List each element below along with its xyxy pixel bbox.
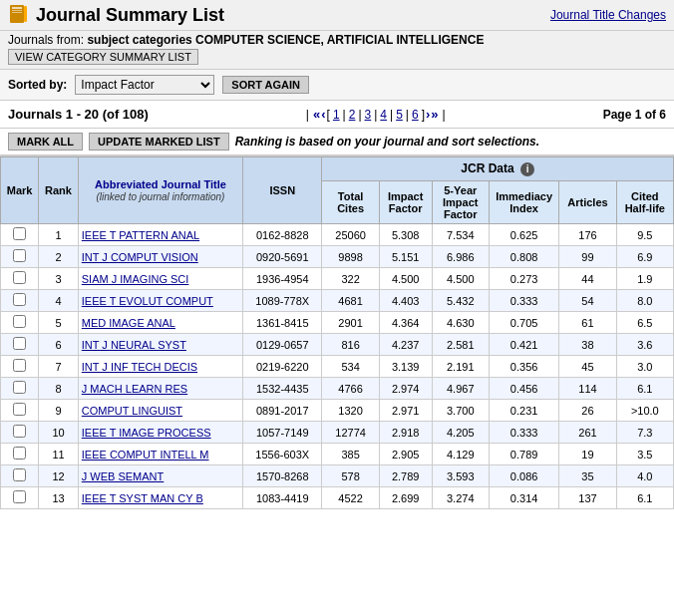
- row-checkbox[interactable]: [13, 249, 26, 262]
- row-title-link[interactable]: COMPUT LINGUIST: [82, 405, 182, 417]
- row-cited-half: 3.5: [616, 444, 673, 465]
- row-title-link[interactable]: IEEE T SYST MAN CY B: [82, 492, 203, 504]
- col-header-rank: Rank: [39, 157, 79, 224]
- pager-page-1[interactable]: 1: [331, 108, 342, 122]
- row-articles: 45: [559, 356, 616, 378]
- row-issn: 1083-4419: [243, 487, 322, 509]
- pager-next[interactable]: ›: [426, 107, 430, 122]
- row-title-link[interactable]: IEEE COMPUT INTELL M: [82, 449, 209, 461]
- row-title-link[interactable]: INT J INF TECH DECIS: [82, 361, 197, 373]
- row-checkbox[interactable]: [13, 337, 26, 350]
- row-title-link[interactable]: INT J COMPUT VISION: [82, 251, 198, 263]
- col-header-mark: Mark: [1, 157, 39, 224]
- row-total-cites: 2901: [322, 312, 379, 334]
- sort-by-label: Sorted by:: [8, 78, 67, 92]
- table-row: 3 SIAM J IMAGING SCI 1936-4954 322 4.500…: [1, 268, 674, 290]
- row-issn: 1532-4435: [243, 378, 322, 400]
- row-title-link[interactable]: IEEE T IMAGE PROCESS: [82, 427, 211, 439]
- row-rank: 8: [39, 378, 79, 400]
- pager-page-3[interactable]: 3: [363, 108, 374, 122]
- table-row: 1 IEEE T PATTERN ANAL 0162-8828 25060 5.…: [1, 224, 674, 246]
- pager-page-6[interactable]: 6: [410, 108, 421, 122]
- row-title-link[interactable]: IEEE T PATTERN ANAL: [82, 229, 199, 241]
- row-title-link[interactable]: SIAM J IMAGING SCI: [82, 273, 189, 285]
- row-five-year: 7.534: [432, 224, 489, 246]
- info-icon[interactable]: i: [520, 162, 534, 176]
- row-title-link[interactable]: INT J NEURAL SYST: [82, 339, 186, 351]
- row-title-cell: INT J COMPUT VISION: [78, 246, 242, 268]
- row-articles: 61: [559, 312, 616, 334]
- abbr-title-label: Abbreviated Journal Title: [95, 178, 226, 190]
- pager-first[interactable]: «: [313, 107, 320, 122]
- row-checkbox[interactable]: [13, 490, 26, 503]
- row-checkbox[interactable]: [13, 293, 26, 306]
- row-rank: 9: [39, 400, 79, 422]
- row-issn: 1089-778X: [243, 290, 322, 312]
- row-total-cites: 25060: [322, 224, 379, 246]
- table-row: 11 IEEE COMPUT INTELL M 1556-603X 385 2.…: [1, 444, 674, 465]
- mark-all-button[interactable]: MARK ALL: [8, 133, 83, 151]
- update-marked-list-button[interactable]: UPDATE MARKED LIST: [89, 133, 229, 151]
- row-cited-half: 3.0: [616, 356, 673, 378]
- row-checkbox[interactable]: [13, 425, 26, 438]
- row-issn: 1936-4954: [243, 268, 322, 290]
- row-checkbox[interactable]: [13, 381, 26, 394]
- pager-page-4[interactable]: 4: [378, 108, 389, 122]
- row-total-cites: 534: [322, 356, 379, 378]
- row-checkbox[interactable]: [13, 468, 26, 481]
- row-rank: 3: [39, 268, 79, 290]
- row-rank: 6: [39, 334, 79, 356]
- row-issn: 0219-6220: [243, 356, 322, 378]
- row-five-year: 3.700: [432, 400, 489, 422]
- pager-page-2[interactable]: 2: [347, 108, 358, 122]
- row-total-cites: 1320: [322, 400, 379, 422]
- row-immediacy: 0.456: [489, 378, 558, 400]
- row-title-link[interactable]: J MACH LEARN RES: [82, 383, 187, 395]
- row-immediacy: 0.333: [489, 290, 558, 312]
- row-mark-cell: [1, 400, 39, 422]
- row-issn: 1057-7149: [243, 422, 322, 444]
- journal-title-changes-link[interactable]: Journal Title Changes: [550, 8, 666, 22]
- row-five-year: 5.432: [432, 290, 489, 312]
- col-header-5yr: 5-Year Impact Factor: [432, 181, 489, 224]
- action-row: MARK ALL UPDATE MARKED LIST Ranking is b…: [0, 129, 674, 156]
- row-checkbox[interactable]: [13, 315, 26, 328]
- row-title-cell: INT J INF TECH DECIS: [78, 356, 242, 378]
- row-immediacy: 0.356: [489, 356, 558, 378]
- row-rank: 1: [39, 224, 79, 246]
- row-title-cell: J WEB SEMANT: [78, 465, 242, 487]
- pager-prev[interactable]: ‹: [321, 107, 325, 122]
- row-immediacy: 0.808: [489, 246, 558, 268]
- row-title-cell: J MACH LEARN RES: [78, 378, 242, 400]
- view-category-btn[interactable]: VIEW CATEGORY SUMMARY LIST: [8, 49, 198, 65]
- row-title-link[interactable]: IEEE T EVOLUT COMPUT: [82, 295, 213, 307]
- row-issn: 0162-8828: [243, 224, 322, 246]
- jcr-label: JCR Data: [461, 161, 513, 175]
- row-rank: 10: [39, 422, 79, 444]
- row-articles: 261: [559, 422, 616, 444]
- row-checkbox[interactable]: [13, 447, 26, 460]
- journal-icon: [8, 4, 30, 26]
- row-five-year: 3.593: [432, 465, 489, 487]
- row-checkbox[interactable]: [13, 359, 26, 372]
- row-articles: 35: [559, 465, 616, 487]
- pager-end-bar: |: [443, 108, 446, 122]
- sort-select[interactable]: Impact Factor Total Cites Immediacy Inde…: [75, 75, 214, 95]
- row-immediacy: 0.705: [489, 312, 558, 334]
- row-mark-cell: [1, 465, 39, 487]
- row-issn: 0891-2017: [243, 400, 322, 422]
- row-title-link[interactable]: MED IMAGE ANAL: [82, 317, 175, 329]
- page-title: Journal Summary List: [36, 5, 224, 26]
- row-mark-cell: [1, 487, 39, 509]
- row-checkbox[interactable]: [13, 403, 26, 416]
- sort-again-button[interactable]: SORT AGAIN: [222, 76, 309, 94]
- row-issn: 1570-8268: [243, 465, 322, 487]
- pager-last[interactable]: »: [431, 107, 438, 122]
- row-issn: 0129-0657: [243, 334, 322, 356]
- pager-page-5[interactable]: 5: [394, 108, 405, 122]
- page-info: Page 1 of 6: [603, 108, 666, 122]
- row-impact-factor: 2.974: [379, 378, 432, 400]
- row-checkbox[interactable]: [13, 271, 26, 284]
- row-title-link[interactable]: J WEB SEMANT: [82, 470, 165, 482]
- row-checkbox[interactable]: [13, 227, 26, 240]
